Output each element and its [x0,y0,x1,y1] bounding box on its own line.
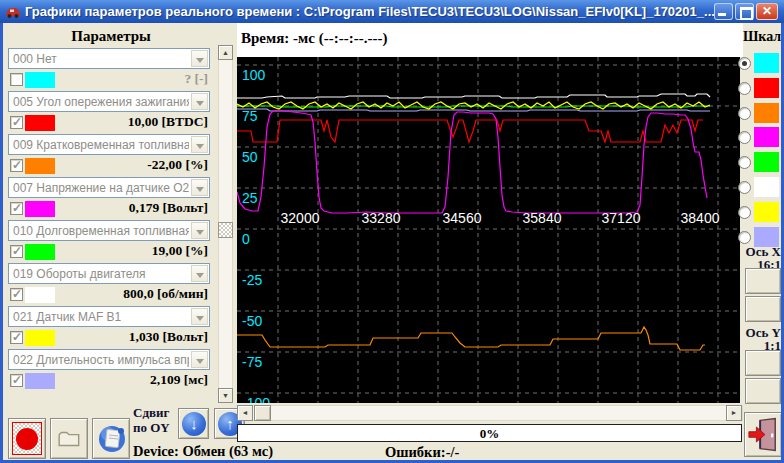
param-value: -22,00 [%] [147,157,208,173]
param-select-000[interactable]: 000 Нет [8,48,210,69]
dropdown-arrow-icon[interactable] [191,50,208,67]
param-group-0: 000 Нет ? [-] [0,48,218,91]
param-group-2: 009 Кратковременная топливная ко -22,00 … [0,134,218,177]
param-checkbox[interactable] [10,202,23,215]
param-checkbox[interactable] [10,288,23,301]
zoom-x-in-button[interactable] [745,268,781,294]
open-folder-button[interactable] [50,418,88,459]
dropdown-arrow-icon[interactable] [191,179,208,196]
param-select-022[interactable]: 022 Длительность импульса впрыск [8,349,210,370]
window-border-left [0,0,3,463]
param-checkbox[interactable] [10,374,23,387]
param-group-1: 005 Угол опережения зажигания 10,00 [BTD… [0,91,218,134]
param-checkbox[interactable] [10,331,23,344]
scale-radio[interactable] [738,181,751,194]
scroll-left-icon: ◄ [242,409,249,416]
param-value: 800,0 [об/мин] [123,286,208,302]
param-group-7: 022 Длительность импульса впрыск 2,109 [… [0,349,218,392]
param-value: 0,179 [Вольт] [129,200,208,216]
status-device: Device: Обмен (63 мс) [133,443,273,460]
scroll-down-icon: ▼ [222,392,229,399]
svg-text:-75: -75 [242,354,262,370]
param-checkbox[interactable] [10,159,23,172]
chart-area: 1007550250-25-50-75-10032000332803456035… [237,57,740,403]
scroll-right-button[interactable]: ► [726,405,742,421]
dropdown-arrow-icon[interactable] [191,351,208,368]
zoom-y-in-button[interactable] [745,350,781,376]
exit-button[interactable] [744,412,782,457]
param-select-007[interactable]: 007 Напряжение на датчике O2 B1 S [8,177,210,198]
scale-radio[interactable] [738,131,751,144]
param-value: 10,00 [BTDC] [128,114,208,130]
arrow-down-icon: ↓ [182,412,206,436]
zoom-y-out-button[interactable] [745,378,781,404]
scale-row-4 [737,152,781,173]
param-value: 1,030 [Вольт] [129,329,208,345]
vertical-scrollbar-thumb[interactable] [218,222,233,238]
scroll-down-button[interactable]: ▼ [218,388,233,403]
zoom-x-out-button[interactable] [745,296,781,322]
scale-radio[interactable] [738,107,751,120]
param-color-swatch [25,373,55,389]
scale-radio[interactable] [738,206,751,219]
scale-row-5 [737,177,781,198]
param-select-005[interactable]: 005 Угол опережения зажигания [8,91,210,112]
chart-canvas: 1007550250-25-50-75-10032000332803456035… [237,57,740,403]
param-select-label: 022 Длительность импульса впрыск [13,353,189,367]
param-select-009[interactable]: 009 Кратковременная топливная ко [8,134,210,155]
scale-row-2 [737,103,781,124]
dropdown-arrow-icon[interactable] [191,136,208,153]
svg-text:32000: 32000 [281,210,320,226]
scroll-right-icon: ► [731,409,738,416]
minimize-button[interactable] [714,3,733,20]
scroll-left-button[interactable]: ◄ [237,405,253,421]
save-button[interactable] [92,418,130,459]
param-checkbox[interactable] [10,116,23,129]
record-button[interactable] [8,418,46,459]
scale-color-swatch [754,53,779,73]
shift-down-button[interactable]: ↓ [178,408,209,439]
scale-row-1 [737,78,781,99]
scale-color-swatch [754,78,779,98]
horizontal-scrollbar[interactable] [237,405,743,421]
param-group-4: 010 Долговременная топливная кор 19,00 [… [0,220,218,263]
maximize-button[interactable] [735,3,754,20]
svg-text:37120: 37120 [602,210,641,226]
scroll-up-button[interactable]: ▲ [218,45,233,60]
chart-header: Время: -мс (--:--:--.---) [237,23,743,57]
scale-radio[interactable] [738,156,751,169]
param-color-swatch [25,330,55,346]
param-color-swatch [25,158,55,174]
svg-text:33280: 33280 [362,210,401,226]
param-select-010[interactable]: 010 Долговременная топливная кор [8,220,210,241]
scale-radio[interactable] [738,82,751,95]
save-icon [96,422,128,456]
horizontal-scrollbar-thumb[interactable] [254,405,271,421]
time-label: Время: -мс (--:--:--.---) [241,30,387,47]
param-group-6: 021 Датчик MAF B1 1,030 [Вольт] [0,306,218,349]
param-checkbox[interactable] [10,73,23,86]
dropdown-arrow-icon[interactable] [191,308,208,325]
app-icon [5,4,21,20]
dropdown-arrow-icon[interactable] [191,93,208,110]
progress-value: 0% [238,426,741,442]
param-select-label: 021 Датчик MAF B1 [13,310,189,324]
param-group-5: 019 Обороты двигателя 800,0 [об/мин] [0,263,218,306]
svg-text:38400: 38400 [681,210,720,226]
shift-oy-label: Сдвигпо OY [133,405,170,435]
close-button[interactable] [756,3,778,20]
dropdown-arrow-icon[interactable] [191,222,208,239]
titlebar: Графики параметров реального времени : C… [0,0,784,23]
param-select-label: 019 Обороты двигателя [13,267,189,281]
record-icon [12,422,42,455]
scale-radio[interactable] [738,57,751,70]
status-errors: Ошибки:-/- [385,444,459,461]
param-select-021[interactable]: 021 Датчик MAF B1 [8,306,210,327]
dropdown-arrow-icon[interactable] [191,265,208,282]
scale-radio[interactable] [738,231,751,244]
param-value: 19,00 [%] [152,243,208,259]
param-select-019[interactable]: 019 Обороты двигателя [8,263,210,284]
scale-color-swatch [754,127,779,147]
param-color-swatch [25,244,55,260]
param-checkbox[interactable] [10,245,23,258]
